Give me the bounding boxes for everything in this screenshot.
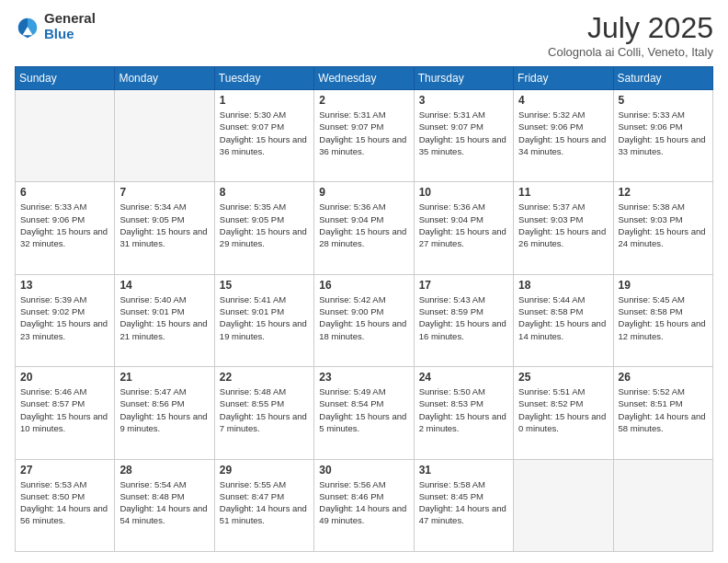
day-number: 18	[518, 279, 608, 292]
calendar-day-cell: 5Sunrise: 5:33 AM Sunset: 9:06 PM Daylig…	[613, 90, 712, 182]
day-info: Sunrise: 5:48 AM Sunset: 8:55 PM Dayligh…	[220, 385, 309, 434]
day-number: 24	[419, 371, 508, 384]
logo-blue-text: Blue	[44, 27, 96, 42]
day-number: 17	[419, 279, 508, 292]
day-info: Sunrise: 5:52 AM Sunset: 8:51 PM Dayligh…	[619, 385, 708, 434]
calendar-day-cell: 26Sunrise: 5:52 AM Sunset: 8:51 PM Dayli…	[613, 367, 712, 459]
header: General Blue July 2025 Colognola ai Coll…	[15, 11, 713, 59]
day-number: 19	[619, 279, 708, 292]
day-number: 15	[220, 279, 309, 292]
day-info: Sunrise: 5:36 AM Sunset: 9:04 PM Dayligh…	[319, 201, 408, 249]
location: Colognola ai Colli, Veneto, Italy	[548, 45, 713, 59]
calendar-day-header: Saturday	[613, 67, 712, 90]
day-number: 26	[619, 371, 708, 384]
calendar-day-cell	[514, 459, 613, 551]
day-info: Sunrise: 5:49 AM Sunset: 8:54 PM Dayligh…	[319, 385, 408, 434]
day-number: 10	[419, 186, 508, 199]
day-info: Sunrise: 5:33 AM Sunset: 9:06 PM Dayligh…	[20, 201, 109, 249]
day-number: 28	[119, 464, 209, 477]
day-info: Sunrise: 5:37 AM Sunset: 9:03 PM Dayligh…	[518, 201, 608, 249]
calendar-day-cell: 8Sunrise: 5:35 AM Sunset: 9:05 PM Daylig…	[214, 182, 313, 274]
title-section: July 2025 Colognola ai Colli, Veneto, It…	[548, 11, 713, 59]
day-info: Sunrise: 5:42 AM Sunset: 9:00 PM Dayligh…	[319, 293, 408, 342]
calendar-day-cell: 7Sunrise: 5:34 AM Sunset: 9:05 PM Daylig…	[115, 182, 214, 274]
day-info: Sunrise: 5:45 AM Sunset: 8:58 PM Dayligh…	[619, 293, 708, 342]
month-title: July 2025	[548, 11, 713, 45]
calendar-day-cell: 4Sunrise: 5:32 AM Sunset: 9:06 PM Daylig…	[514, 90, 613, 182]
day-number: 1	[220, 94, 309, 107]
calendar-day-cell: 16Sunrise: 5:42 AM Sunset: 9:00 PM Dayli…	[314, 274, 414, 366]
calendar-day-cell: 19Sunrise: 5:45 AM Sunset: 8:58 PM Dayli…	[613, 274, 712, 366]
day-info: Sunrise: 5:33 AM Sunset: 9:06 PM Dayligh…	[619, 109, 708, 157]
calendar-header-row: SundayMondayTuesdayWednesdayThursdayFrid…	[16, 67, 713, 90]
calendar-day-header: Sunday	[16, 67, 115, 90]
calendar-day-header: Wednesday	[314, 67, 414, 90]
day-info: Sunrise: 5:32 AM Sunset: 9:06 PM Dayligh…	[518, 109, 608, 157]
day-number: 25	[518, 371, 608, 384]
calendar-day-cell	[613, 459, 712, 551]
day-info: Sunrise: 5:56 AM Sunset: 8:46 PM Dayligh…	[319, 478, 408, 527]
day-number: 16	[319, 279, 408, 292]
calendar-day-cell: 21Sunrise: 5:47 AM Sunset: 8:56 PM Dayli…	[115, 367, 214, 459]
day-number: 3	[419, 94, 508, 107]
day-number: 21	[119, 371, 209, 384]
day-number: 4	[518, 94, 608, 107]
day-number: 13	[20, 279, 109, 292]
calendar-week-row: 6Sunrise: 5:33 AM Sunset: 9:06 PM Daylig…	[16, 182, 713, 274]
day-info: Sunrise: 5:46 AM Sunset: 8:57 PM Dayligh…	[20, 385, 109, 434]
calendar-day-cell: 9Sunrise: 5:36 AM Sunset: 9:04 PM Daylig…	[314, 182, 414, 274]
day-number: 22	[220, 371, 309, 384]
calendar-day-cell: 31Sunrise: 5:58 AM Sunset: 8:45 PM Dayli…	[414, 459, 513, 551]
day-number: 30	[319, 464, 408, 477]
calendar-day-cell: 10Sunrise: 5:36 AM Sunset: 9:04 PM Dayli…	[414, 182, 513, 274]
calendar-day-cell	[16, 90, 115, 182]
calendar-day-cell: 2Sunrise: 5:31 AM Sunset: 9:07 PM Daylig…	[314, 90, 414, 182]
day-number: 31	[419, 464, 508, 477]
day-info: Sunrise: 5:38 AM Sunset: 9:03 PM Dayligh…	[619, 201, 708, 249]
day-number: 7	[119, 186, 209, 199]
day-info: Sunrise: 5:34 AM Sunset: 9:05 PM Dayligh…	[119, 201, 209, 249]
calendar-day-cell: 20Sunrise: 5:46 AM Sunset: 8:57 PM Dayli…	[16, 367, 115, 459]
day-info: Sunrise: 5:31 AM Sunset: 9:07 PM Dayligh…	[419, 109, 508, 157]
day-info: Sunrise: 5:30 AM Sunset: 9:07 PM Dayligh…	[220, 109, 309, 157]
day-info: Sunrise: 5:43 AM Sunset: 8:59 PM Dayligh…	[419, 293, 508, 342]
day-info: Sunrise: 5:58 AM Sunset: 8:45 PM Dayligh…	[419, 478, 508, 527]
calendar-day-cell: 23Sunrise: 5:49 AM Sunset: 8:54 PM Dayli…	[314, 367, 414, 459]
calendar-day-cell: 3Sunrise: 5:31 AM Sunset: 9:07 PM Daylig…	[414, 90, 513, 182]
calendar-day-cell: 15Sunrise: 5:41 AM Sunset: 9:01 PM Dayli…	[214, 274, 313, 366]
day-info: Sunrise: 5:40 AM Sunset: 9:01 PM Dayligh…	[119, 293, 209, 342]
day-info: Sunrise: 5:47 AM Sunset: 8:56 PM Dayligh…	[119, 385, 209, 434]
calendar-day-cell: 1Sunrise: 5:30 AM Sunset: 9:07 PM Daylig…	[214, 90, 313, 182]
calendar-week-row: 27Sunrise: 5:53 AM Sunset: 8:50 PM Dayli…	[16, 459, 713, 551]
day-number: 2	[319, 94, 408, 107]
day-info: Sunrise: 5:53 AM Sunset: 8:50 PM Dayligh…	[20, 478, 109, 527]
calendar-day-cell: 6Sunrise: 5:33 AM Sunset: 9:06 PM Daylig…	[16, 182, 115, 274]
calendar-day-cell: 14Sunrise: 5:40 AM Sunset: 9:01 PM Dayli…	[115, 274, 214, 366]
calendar-table: SundayMondayTuesdayWednesdayThursdayFrid…	[15, 66, 713, 552]
day-number: 27	[20, 464, 109, 477]
calendar-day-cell: 13Sunrise: 5:39 AM Sunset: 9:02 PM Dayli…	[16, 274, 115, 366]
calendar-day-header: Friday	[514, 67, 613, 90]
day-number: 29	[220, 464, 309, 477]
day-info: Sunrise: 5:50 AM Sunset: 8:53 PM Dayligh…	[419, 385, 508, 434]
calendar-day-header: Tuesday	[214, 67, 313, 90]
calendar-day-cell: 22Sunrise: 5:48 AM Sunset: 8:55 PM Dayli…	[214, 367, 313, 459]
day-number: 5	[619, 94, 708, 107]
svg-marker-0	[22, 35, 32, 38]
logo-general-text: General	[44, 11, 96, 27]
day-number: 8	[220, 186, 309, 199]
day-number: 11	[518, 186, 608, 199]
day-info: Sunrise: 5:39 AM Sunset: 9:02 PM Dayligh…	[20, 293, 109, 342]
logo: General Blue	[15, 11, 96, 41]
day-info: Sunrise: 5:35 AM Sunset: 9:05 PM Dayligh…	[220, 201, 309, 249]
calendar-day-cell	[115, 90, 214, 182]
day-number: 9	[319, 186, 408, 199]
calendar-week-row: 13Sunrise: 5:39 AM Sunset: 9:02 PM Dayli…	[16, 274, 713, 366]
logo-text: General Blue	[44, 11, 96, 41]
day-info: Sunrise: 5:54 AM Sunset: 8:48 PM Dayligh…	[119, 478, 209, 527]
calendar-week-row: 20Sunrise: 5:46 AM Sunset: 8:57 PM Dayli…	[16, 367, 713, 459]
calendar-day-header: Monday	[115, 67, 214, 90]
calendar-day-header: Thursday	[414, 67, 513, 90]
day-number: 12	[619, 186, 708, 199]
calendar-day-cell: 18Sunrise: 5:44 AM Sunset: 8:58 PM Dayli…	[514, 274, 613, 366]
